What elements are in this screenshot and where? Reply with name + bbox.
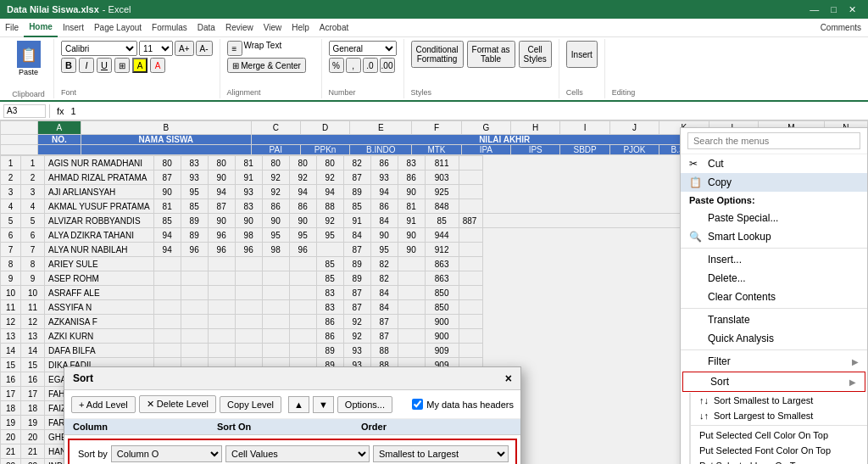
sort-desc-item[interactable]: ↓↑ Sort Largest to Smallest <box>691 408 867 423</box>
cell[interactable] <box>208 271 235 286</box>
cell[interactable]: 80 <box>153 156 181 171</box>
cell[interactable]: 5 <box>21 214 45 228</box>
minimize-btn[interactable]: — <box>804 4 824 15</box>
cell[interactable]: AJI ARLIANSYAH <box>45 185 154 199</box>
cell[interactable]: 89 <box>181 228 208 243</box>
cell[interactable]: 1 <box>21 156 45 171</box>
move-down-btn[interactable]: ▼ <box>313 396 334 413</box>
cell[interactable] <box>262 329 289 344</box>
cell[interactable] <box>262 257 289 271</box>
cell[interactable]: 811 <box>425 156 459 171</box>
col-header-j[interactable]: J <box>609 121 659 135</box>
cell[interactable]: 84 <box>370 214 398 228</box>
cell[interactable]: 89 <box>343 271 370 286</box>
delete-level-btn[interactable]: ✕ Delete Level <box>139 395 216 413</box>
cell[interactable]: 94 <box>208 185 235 199</box>
font-grow-btn[interactable]: A+ <box>175 41 194 56</box>
cell[interactable] <box>459 300 482 315</box>
cell[interactable]: 90 <box>289 214 316 228</box>
cell[interactable] <box>235 344 262 358</box>
cell[interactable]: 925 <box>425 185 459 199</box>
cell[interactable]: 81 <box>235 156 262 171</box>
cell[interactable]: ASRAFF ALE <box>45 286 154 300</box>
cell[interactable] <box>459 315 482 329</box>
cell[interactable] <box>181 257 208 271</box>
bold-btn[interactable]: B <box>61 58 76 73</box>
put-icon-top-item[interactable]: Put Selected Icon On Top <box>691 458 867 464</box>
cell[interactable] <box>153 344 181 358</box>
cell[interactable]: 95 <box>316 228 343 243</box>
options-btn[interactable]: Options... <box>337 396 392 413</box>
cell[interactable]: 93 <box>235 185 262 199</box>
number-format-select[interactable]: General <box>329 41 397 56</box>
cell[interactable] <box>398 315 425 329</box>
move-up-btn[interactable]: ▲ <box>288 396 309 413</box>
font-shrink-btn[interactable]: A- <box>196 41 213 56</box>
sort-on-select[interactable]: Cell Values <box>225 445 370 462</box>
cell[interactable]: 20 <box>21 430 45 444</box>
cell[interactable]: 21 <box>21 444 45 459</box>
cell[interactable] <box>459 243 482 257</box>
cell[interactable]: 96 <box>235 243 262 257</box>
cell[interactable]: 90 <box>208 171 235 185</box>
cell[interactable]: AKMAL YUSUF PRATAMA <box>45 199 154 214</box>
cell[interactable]: 848 <box>425 199 459 214</box>
cell[interactable] <box>398 286 425 300</box>
cell[interactable]: 912 <box>425 243 459 257</box>
cell[interactable]: 87 <box>343 171 370 185</box>
merge-center-btn[interactable]: ⊞ Merge & Center <box>227 58 306 73</box>
cell[interactable] <box>235 286 262 300</box>
col-header-h[interactable]: H <box>511 121 560 135</box>
cell[interactable]: ARIEY SULE <box>45 257 154 271</box>
decrease-decimal-btn[interactable]: .00 <box>380 58 395 73</box>
cell[interactable]: AZKI KURN <box>45 329 154 344</box>
cell[interactable]: AHMAD RIZAL PRATAMA <box>45 171 154 185</box>
cell[interactable]: 89 <box>181 214 208 228</box>
italic-btn[interactable]: I <box>79 58 94 73</box>
cell[interactable]: 887 <box>459 214 482 228</box>
cell[interactable]: 98 <box>235 228 262 243</box>
cell[interactable]: 4 <box>21 199 45 214</box>
cell[interactable]: 91 <box>235 171 262 185</box>
col-header-d[interactable]: D <box>300 121 349 135</box>
cell[interactable] <box>398 257 425 271</box>
menu-item-delete[interactable]: Delete... <box>681 269 867 288</box>
copy-level-btn[interactable]: Copy Level <box>220 396 281 413</box>
cell[interactable] <box>235 315 262 329</box>
cell[interactable]: 92 <box>262 171 289 185</box>
cell[interactable]: 94 <box>370 185 398 199</box>
cell[interactable]: 85 <box>425 214 459 228</box>
cell[interactable] <box>459 156 482 171</box>
font-name-select[interactable]: Calibri <box>61 41 137 56</box>
underline-btn[interactable]: U <box>97 58 112 73</box>
cell[interactable]: 80 <box>262 156 289 171</box>
cell[interactable] <box>153 286 181 300</box>
cell[interactable]: 90 <box>398 228 425 243</box>
cell[interactable] <box>398 271 425 286</box>
cell[interactable]: 2 <box>21 171 45 185</box>
cell[interactable] <box>459 344 482 358</box>
cell[interactable]: 81 <box>153 199 181 214</box>
col-header-f[interactable]: F <box>412 121 461 135</box>
cell[interactable]: 87 <box>208 199 235 214</box>
increase-decimal-btn[interactable]: .0 <box>363 58 378 73</box>
menu-item-insert[interactable]: Insert... <box>681 250 867 269</box>
cell[interactable] <box>153 315 181 329</box>
cell[interactable]: 9 <box>21 271 45 286</box>
cell[interactable]: ALYA DZIKRA TAHANI <box>45 228 154 243</box>
cell[interactable] <box>235 257 262 271</box>
col-header-i[interactable]: I <box>560 121 609 135</box>
sort-asc-item[interactable]: ↑↓ Sort Smallest to Largest <box>691 393 867 408</box>
cell[interactable]: 82 <box>370 271 398 286</box>
cell[interactable] <box>289 300 316 315</box>
cell[interactable]: 90 <box>153 185 181 199</box>
cell[interactable]: ASEP ROHM <box>45 271 154 286</box>
cell[interactable] <box>459 329 482 344</box>
cell[interactable]: 83 <box>316 300 343 315</box>
cell[interactable]: 87 <box>153 171 181 185</box>
cell[interactable]: 87 <box>343 243 370 257</box>
border-btn[interactable]: ⊞ <box>114 58 130 73</box>
cell[interactable]: ALVIZAR ROBBYANDIS <box>45 214 154 228</box>
cell[interactable]: 82 <box>343 156 370 171</box>
cell[interactable] <box>459 257 482 271</box>
